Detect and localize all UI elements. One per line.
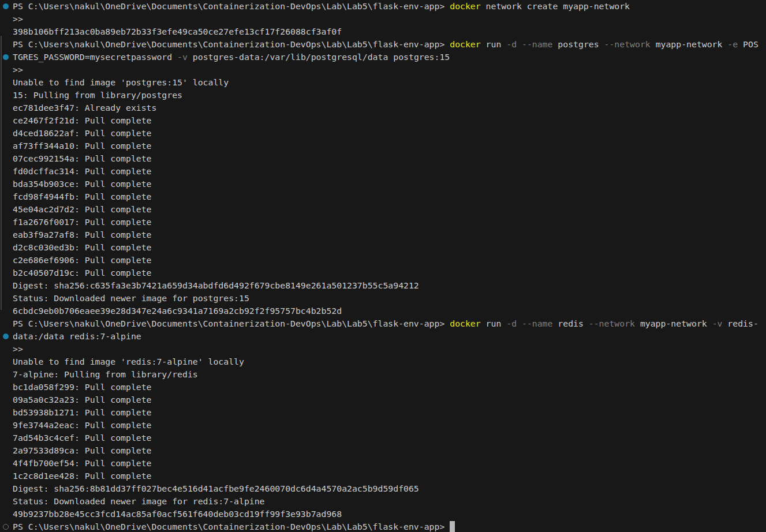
text-token: bd53938b1271: Pull complete [13, 407, 152, 417]
parameter-token: -v [177, 52, 188, 62]
command-success-decoration-icon[interactable] [3, 334, 9, 339]
terminal-line: Digest: sha256:8b81dd37ff027bec4e516d41a… [13, 482, 766, 495]
terminal-line: PS C:\Users\nakul\OneDrive\Documents\Con… [13, 317, 766, 330]
text-token: PS C:\Users\nakul\OneDrive\Documents\Con… [13, 522, 450, 531]
command-token: docker [450, 1, 480, 11]
text-token: >> [13, 344, 23, 354]
text-token: 09a5a0c32a23: Pull complete [13, 395, 152, 404]
text-token: Digest: sha256:8b81dd37ff027bec4e516d41a… [13, 484, 419, 493]
text-token: b2c40507d19c: Pull complete [13, 268, 152, 278]
text-token: 45e04ac2d7d2: Pull complete [13, 204, 152, 214]
text-token [517, 39, 522, 49]
text-token: fd0dcffac314: Pull complete [13, 166, 152, 176]
text-token: POS [738, 39, 758, 49]
text-token: postgres-data:/var/lib/postgresql/data p… [188, 52, 450, 62]
text-token: d2c8c030ed3b: Pull complete [13, 242, 152, 252]
terminal-line: af73ff344a10: Pull complete [13, 140, 766, 152]
command-success-decoration-icon[interactable] [3, 54, 9, 60]
text-token: af73ff344a10: Pull complete [13, 141, 152, 151]
terminal-line: c2e686ef6906: Pull complete [13, 254, 766, 267]
terminal-line: 2a97533d89ca: Pull complete [13, 444, 766, 457]
command-token: docker [450, 319, 480, 328]
text-token: 49b9237bb28e45cc3fcd14ac85af0acf561f640d… [13, 509, 342, 519]
parameter-token: -d [506, 39, 517, 49]
text-token: 2a97533d89ca: Pull complete [13, 445, 152, 455]
parameter-token: --name [522, 319, 552, 328]
parameter-token: -e [727, 39, 738, 49]
terminal-line: f1a2676f0017: Pull complete [13, 216, 766, 228]
text-token: >> [13, 65, 23, 74]
text-token: redis [552, 319, 588, 328]
text-token: postgres [552, 39, 604, 49]
command-prompt-decoration-icon[interactable] [3, 524, 9, 530]
text-token: TGRES_PASSWORD=mysecretpassword [13, 52, 177, 62]
terminal-line: fcd98f4944fb: Pull complete [13, 190, 766, 203]
terminal-line: 45e04ac2d7d2: Pull complete [13, 203, 766, 216]
text-token [517, 319, 522, 328]
terminal-line: >> [13, 13, 766, 25]
text-token: 07cec992154a: Pull complete [13, 153, 152, 163]
text-token: d4ced18622af: Pull complete [13, 128, 152, 138]
text-token: 1c2c8d1ee428: Pull complete [13, 471, 152, 481]
terminal[interactable]: PS C:\Users\nakul\OneDrive\Documents\Con… [0, 0, 766, 532]
text-token: run [481, 39, 507, 49]
text-token: Status: Downloaded newer image for postg… [13, 293, 249, 303]
terminal-line: data:/data redis:7-alpine [13, 330, 766, 343]
text-token: 9fe3744a2eac: Pull complete [13, 420, 152, 430]
terminal-line: PS C:\Users\nakul\OneDrive\Documents\Con… [13, 38, 766, 51]
terminal-line: Status: Downloaded newer image for redis… [13, 495, 766, 508]
text-token: >> [13, 14, 23, 24]
text-token: redis- [722, 319, 758, 328]
terminal-line: 09a5a0c32a23: Pull complete [13, 394, 766, 406]
terminal-line: bda354b903ce: Pull complete [13, 178, 766, 190]
text-token: ce2467f2f21d: Pull complete [13, 115, 152, 125]
terminal-line: PS C:\Users\nakul\OneDrive\Documents\Con… [13, 0, 766, 13]
terminal-line: d4ced18622af: Pull complete [13, 127, 766, 140]
terminal-line: Unable to find image 'postgres:15' local… [13, 76, 766, 89]
parameter-token: -v [712, 319, 723, 328]
terminal-line: 6cbdc9eb0b706eaee39e28d347e24a6c9341a716… [13, 305, 766, 317]
text-token: myapp-network [651, 39, 728, 49]
terminal-line: eab3f9a27af8: Pull complete [13, 228, 766, 241]
terminal-line: 49b9237bb28e45cc3fcd14ac85af0acf561f640d… [13, 508, 766, 520]
terminal-line: PS C:\Users\nakul\OneDrive\Documents\Con… [13, 520, 766, 532]
terminal-line: Unable to find image 'redis:7-alpine' lo… [13, 355, 766, 368]
text-token: c2e686ef6906: Pull complete [13, 255, 152, 265]
text-token: PS C:\Users\nakul\OneDrive\Documents\Con… [13, 1, 450, 11]
text-token: myapp-network [635, 319, 712, 328]
terminal-line: 1c2c8d1ee428: Pull complete [13, 470, 766, 482]
parameter-token: --name [522, 39, 552, 49]
terminal-line: 07cec992154a: Pull complete [13, 152, 766, 165]
terminal-line: 4f4fb700ef54: Pull complete [13, 457, 766, 470]
text-token: PS C:\Users\nakul\OneDrive\Documents\Con… [13, 39, 450, 49]
terminal-line: bc1da058f299: Pull complete [13, 381, 766, 394]
terminal-line: 9fe3744a2eac: Pull complete [13, 419, 766, 432]
text-token: 7-alpine: Pulling from library/redis [13, 369, 198, 379]
text-token: Digest: sha256:c635fa3e3b7421a659d34abdf… [13, 280, 419, 290]
parameter-token: --network [604, 39, 651, 49]
command-success-decoration-icon[interactable] [3, 3, 9, 9]
text-token: 398b106bff213ac0ba89eb72b33f3efe49ca50ce… [13, 27, 342, 36]
terminal-line: ec781dee3f47: Already exists [13, 102, 766, 114]
text-token: bc1da058f299: Pull complete [13, 382, 152, 392]
text-token: Status: Downloaded newer image for redis… [13, 496, 265, 506]
terminal-line: b2c40507d19c: Pull complete [13, 267, 766, 279]
terminal-line: >> [13, 343, 766, 355]
terminal-line: d2c8c030ed3b: Pull complete [13, 241, 766, 254]
text-token: bda354b903ce: Pull complete [13, 179, 152, 189]
text-token: ec781dee3f47: Already exists [13, 103, 156, 113]
terminal-line: 7ad54b3c4cef: Pull complete [13, 432, 766, 444]
terminal-line: bd53938b1271: Pull complete [13, 406, 766, 419]
terminal-cursor [450, 521, 455, 532]
terminal-line: 398b106bff213ac0ba89eb72b33f3efe49ca50ce… [13, 25, 766, 38]
terminal-line: 15: Pulling from library/postgres [13, 89, 766, 102]
terminal-line: fd0dcffac314: Pull complete [13, 165, 766, 178]
text-token: 6cbdc9eb0b706eaee39e28d347e24a6c9341a716… [13, 306, 342, 316]
terminal-line: >> [13, 63, 766, 76]
parameter-token: -d [506, 319, 517, 328]
terminal-line: ce2467f2f21d: Pull complete [13, 114, 766, 127]
text-token: data:/data redis:7-alpine [13, 331, 141, 341]
terminal-screen: PS C:\Users\nakul\OneDrive\Documents\Con… [0, 0, 766, 532]
text-token: f1a2676f0017: Pull complete [13, 217, 152, 227]
text-token: network create myapp-network [481, 1, 630, 11]
